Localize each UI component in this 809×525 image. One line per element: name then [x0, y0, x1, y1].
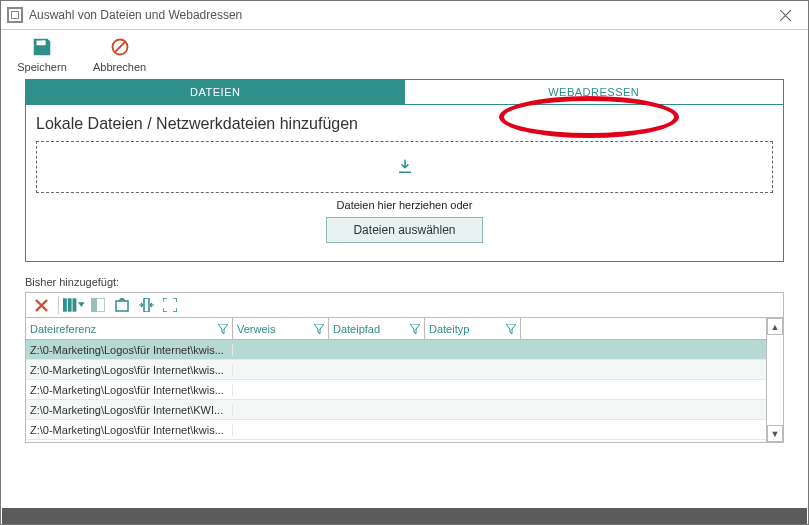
col-header-link[interactable]: Verweis	[233, 318, 329, 339]
save-icon	[31, 36, 53, 58]
separator	[58, 296, 59, 314]
delete-row-button[interactable]	[30, 294, 52, 316]
svg-rect-5	[68, 298, 72, 311]
main-toolbar: Speichern Abbrechen	[1, 30, 808, 79]
col-label: Verweis	[237, 323, 276, 335]
files-panel: Lokale Dateien / Netzwerkdateien hinzufü…	[25, 105, 784, 262]
choose-files-button[interactable]: Dateien auswählen	[326, 217, 482, 243]
grid-toolbar	[25, 292, 784, 318]
grid-body: Z:\0-Marketing\Logos\für Internet\kwis..…	[26, 340, 783, 442]
dropzone-hint: Dateien hier herziehen oder	[36, 199, 773, 211]
svg-rect-6	[73, 298, 77, 311]
col-header-ref[interactable]: Dateireferenz	[26, 318, 233, 339]
data-grid: Dateireferenz Verweis Dateipfad Dateityp	[25, 318, 784, 443]
cancel-label: Abbrechen	[93, 61, 146, 73]
export-icon	[115, 298, 129, 312]
app-icon	[7, 7, 23, 23]
cancel-icon	[109, 36, 131, 58]
delete-icon	[35, 299, 48, 312]
content-area: DATEIEN WEBADRESSEN Lokale Dateien / Net…	[1, 79, 808, 262]
svg-rect-0	[42, 41, 45, 45]
dialog-window: Auswahl von Dateien und Webadressen Spei…	[0, 0, 809, 525]
panel-heading: Lokale Dateien / Netzwerkdateien hinzufü…	[36, 115, 773, 133]
cell-ref: Z:\0-Marketing\Logos\für Internet\KWI...	[26, 404, 233, 416]
col-label: Dateireferenz	[30, 323, 96, 335]
cell-ref: Z:\0-Marketing\Logos\für Internet\kwis..…	[26, 424, 233, 436]
grid-container: Dateireferenz Verweis Dateipfad Dateityp	[25, 292, 784, 443]
chevron-down-icon	[78, 302, 85, 308]
expand-button[interactable]	[159, 294, 181, 316]
file-dropzone[interactable]	[36, 141, 773, 193]
close-button[interactable]	[763, 1, 808, 30]
save-label: Speichern	[17, 61, 67, 73]
table-row[interactable]: Z:\0-Marketing\Logos\für Internet\KWI...	[26, 400, 783, 420]
filter-icon[interactable]	[218, 324, 228, 334]
col-label: Dateityp	[429, 323, 469, 335]
tab-strip: DATEIEN WEBADRESSEN	[25, 79, 784, 105]
close-icon	[780, 10, 791, 21]
svg-rect-8	[91, 298, 97, 312]
scroll-down-button[interactable]: ▼	[767, 425, 783, 442]
table-row[interactable]: Z:\0-Marketing\Logos\für Internet\kwis..…	[26, 380, 783, 400]
columns-button[interactable]	[63, 294, 85, 316]
col-header-type[interactable]: Dateityp	[425, 318, 521, 339]
table-row[interactable]: Z:\0-Marketing\Logos\für Internet\kwis..…	[26, 340, 783, 360]
window-title: Auswahl von Dateien und Webadressen	[29, 8, 242, 22]
vertical-scrollbar[interactable]: ▲ ▼	[766, 318, 783, 442]
filter-icon[interactable]	[410, 324, 420, 334]
cell-ref: Z:\0-Marketing\Logos\für Internet\kwis..…	[26, 364, 233, 376]
export-button[interactable]	[111, 294, 133, 316]
svg-line-2	[115, 42, 125, 52]
col-header-path[interactable]: Dateipfad	[329, 318, 425, 339]
added-so-far-label: Bisher hinzugefügt:	[25, 276, 808, 288]
filter-icon[interactable]	[506, 324, 516, 334]
grid-header: Dateireferenz Verweis Dateipfad Dateityp	[26, 318, 783, 340]
save-button[interactable]: Speichern	[17, 36, 67, 73]
svg-rect-10	[144, 298, 149, 312]
table-row[interactable]: Z:\0-Marketing\Logos\für Internet\kwis..…	[26, 360, 783, 380]
cancel-button[interactable]: Abbrechen	[93, 36, 146, 73]
col-label: Dateipfad	[333, 323, 380, 335]
cell-ref: Z:\0-Marketing\Logos\für Internet\kwis..…	[26, 384, 233, 396]
status-bar	[2, 508, 807, 524]
svg-rect-3	[399, 172, 411, 174]
tab-files[interactable]: DATEIEN	[26, 80, 405, 104]
table-row[interactable]: Z:\0-Marketing\Logos\für Internet\kwis..…	[26, 420, 783, 440]
columns-icon	[63, 298, 77, 312]
expand-icon	[163, 298, 177, 312]
layout-icon	[91, 298, 105, 312]
title-bar: Auswahl von Dateien und Webadressen	[1, 1, 808, 30]
tab-webaddresses[interactable]: WEBADRESSEN	[405, 80, 784, 104]
layout1-button[interactable]	[87, 294, 109, 316]
fit-icon	[139, 298, 154, 312]
cell-ref: Z:\0-Marketing\Logos\für Internet\kwis..…	[26, 344, 233, 356]
fit-columns-button[interactable]	[135, 294, 157, 316]
filter-icon[interactable]	[314, 324, 324, 334]
svg-rect-9	[116, 301, 128, 311]
svg-rect-4	[63, 298, 67, 311]
scroll-up-button[interactable]: ▲	[767, 318, 783, 335]
download-icon	[396, 158, 414, 176]
